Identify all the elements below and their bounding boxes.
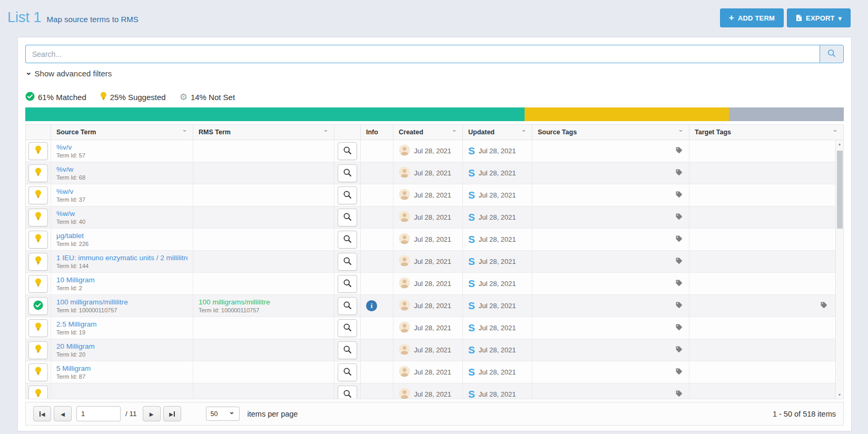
scroll-down-icon[interactable] [836, 392, 843, 397]
created-date: Jul 28, 2021 [414, 346, 451, 354]
column-header-source-term[interactable]: Source Term [51, 125, 193, 140]
tag-icon[interactable] [675, 213, 683, 222]
tag-icon[interactable] [675, 257, 683, 267]
created-cell: Jul 28, 2021 [393, 295, 463, 317]
suggested-status-button[interactable] [28, 209, 48, 226]
lookup-term-button[interactable] [338, 253, 357, 271]
suggested-status-button[interactable] [28, 363, 48, 381]
search-input[interactable] [25, 45, 820, 63]
lookup-term-button[interactable] [338, 164, 357, 182]
advanced-filters-toggle[interactable]: Show advanced filters [25, 69, 112, 78]
triangle-right-icon [169, 410, 173, 418]
sync-s-icon: S [468, 257, 475, 267]
source-term-link[interactable]: 20 Milligram [56, 342, 95, 350]
source-term-link[interactable]: 5 Milligram [56, 364, 91, 372]
lookup-cell [334, 162, 361, 184]
sync-s-icon: S [468, 279, 475, 289]
add-term-label: ADD TERM [738, 14, 775, 22]
tag-icon[interactable] [675, 169, 683, 178]
tag-icon[interactable] [820, 301, 827, 311]
page-size-select[interactable]: 50 [206, 407, 240, 421]
target-tags-cell [689, 339, 843, 361]
suggested-status-button[interactable] [28, 186, 48, 204]
source-term-link[interactable]: 100 milligrams/millilitre [56, 298, 128, 306]
column-label: Info [366, 129, 378, 136]
source-term-link[interactable]: %w/v [56, 188, 85, 195]
search-button[interactable] [820, 45, 844, 63]
info-circle-icon[interactable]: i [366, 300, 377, 311]
column-header-rms-term[interactable]: RMS Term [193, 125, 334, 140]
avatar-icon [399, 277, 410, 291]
source-term-link[interactable]: 1 IEU: immuno enzymatic units / 2 millil… [56, 254, 188, 262]
source-term-cell: %w/w Term Id: 40 [51, 206, 193, 228]
target-tags-cell [689, 184, 843, 206]
source-term-id: Term Id: 20 [56, 351, 95, 358]
column-header-lookup [334, 125, 361, 140]
table-row: µg/tablet Term Id: 226 i Jul 28, 20 [26, 229, 843, 251]
lookup-term-button[interactable] [338, 297, 357, 315]
suggested-status-button[interactable] [28, 386, 48, 400]
tag-icon[interactable] [675, 235, 683, 244]
page-number-input[interactable] [76, 406, 121, 421]
updated-cell: S Jul 28, 2021 [463, 383, 532, 399]
rms-term-link[interactable]: 100 milligrams/millilitre [199, 298, 270, 306]
lookup-term-button[interactable] [338, 341, 357, 359]
source-term-link[interactable]: %v/w [56, 165, 85, 173]
source-term-link[interactable]: 2.5 Milligram [56, 320, 97, 328]
tag-icon[interactable] [675, 301, 683, 311]
tag-icon[interactable] [675, 368, 683, 377]
legend-suggested: 25% Suggested [100, 92, 166, 103]
column-header-updated[interactable]: Updated [463, 125, 532, 140]
lookup-term-button[interactable] [338, 209, 357, 226]
suggested-status-button[interactable] [28, 231, 48, 249]
tag-icon[interactable] [675, 191, 683, 200]
source-term-link[interactable]: µg/tablet [56, 232, 88, 240]
export-button[interactable]: x EXPORT [787, 8, 851, 27]
last-page-button[interactable] [163, 406, 181, 421]
lookup-term-button[interactable] [338, 186, 357, 204]
rms-term-cell [193, 383, 334, 399]
bar-icon [40, 411, 41, 417]
source-term-link[interactable]: 10 Milligram [56, 276, 95, 284]
source-term-link[interactable]: %w/w [56, 210, 85, 218]
column-header-target-tags[interactable]: Target Tags [689, 125, 843, 140]
lookup-term-button[interactable] [338, 231, 357, 249]
suggested-status-button[interactable] [28, 341, 48, 359]
suggested-status-button[interactable] [28, 319, 48, 337]
source-tags-cell [532, 295, 689, 317]
vertical-scrollbar[interactable] [835, 140, 843, 399]
lightbulb-icon [35, 389, 42, 399]
lookup-cell [334, 251, 361, 272]
suggested-status-button[interactable] [28, 142, 48, 160]
next-page-button[interactable] [143, 406, 161, 421]
tag-icon[interactable] [675, 323, 683, 333]
column-header-source-tags[interactable]: Source Tags [532, 125, 689, 140]
created-date: Jul 28, 2021 [414, 390, 451, 398]
lookup-term-button[interactable] [338, 319, 357, 337]
tag-icon[interactable] [675, 390, 683, 399]
suggested-status-button[interactable] [28, 275, 48, 293]
scroll-up-icon[interactable] [836, 142, 843, 146]
row-status-cell [26, 273, 51, 294]
first-page-button[interactable] [33, 406, 51, 421]
created-date: Jul 28, 2021 [414, 235, 451, 243]
source-term-cell: 1 IEU: immuno enzymatic units / 2 millil… [51, 251, 193, 272]
source-term-link[interactable]: %v/v [56, 143, 85, 151]
lookup-term-button[interactable] [338, 386, 357, 400]
suggested-status-button[interactable] [28, 164, 48, 182]
source-term-block: 2.5 Milligram Term Id: 19 [56, 320, 97, 336]
source-tags-cell [532, 273, 689, 294]
tag-icon[interactable] [675, 146, 683, 156]
previous-page-button[interactable] [54, 406, 72, 421]
lookup-term-button[interactable] [338, 275, 357, 293]
matched-status-button[interactable] [28, 297, 48, 315]
column-header-created[interactable]: Created [393, 125, 463, 140]
suggested-status-button[interactable] [28, 253, 48, 271]
lookup-term-button[interactable] [338, 363, 357, 381]
lookup-term-button[interactable] [338, 142, 357, 160]
source-term-block: 20 Milligram Term Id: 20 [56, 342, 95, 358]
tag-icon[interactable] [675, 279, 683, 289]
tag-icon[interactable] [675, 346, 683, 355]
scrollbar-thumb[interactable] [837, 151, 843, 229]
add-term-button[interactable]: ADD TERM [720, 8, 784, 27]
